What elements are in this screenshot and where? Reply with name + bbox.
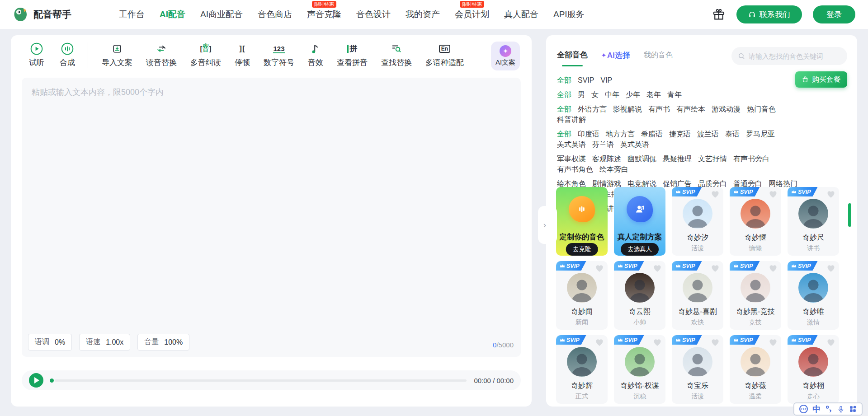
promo-card-human[interactable]: 真人定制方案去选真人 bbox=[614, 187, 665, 256]
voice-card[interactable]: SVIP奇妙尺讲书 bbox=[788, 187, 839, 256]
nav-item[interactable]: AI配音 bbox=[160, 9, 185, 20]
filter-item[interactable]: 影视解说 bbox=[613, 104, 642, 114]
tool-number-symbol[interactable]: 123数字符号 bbox=[264, 42, 294, 68]
promo-card-clone[interactable]: 定制你的音色去克隆 bbox=[556, 187, 608, 256]
filter-item[interactable]: 罗马尼亚 bbox=[746, 129, 775, 139]
gift-icon[interactable] bbox=[712, 8, 726, 21]
tab-my-voices[interactable]: 我的音色 bbox=[644, 51, 673, 60]
filter-item[interactable]: 全部 bbox=[557, 89, 571, 100]
voice-card[interactable]: SVIP奇妙悬-喜剧欢快 bbox=[672, 261, 723, 330]
filter-item[interactable]: 军事权谋 bbox=[557, 154, 586, 164]
filter-item[interactable]: 游戏动漫 bbox=[712, 104, 741, 114]
filter-item[interactable]: 地方方言 bbox=[606, 129, 635, 139]
favorite-heart-icon[interactable] bbox=[653, 264, 662, 272]
filter-item[interactable]: 热门音色 bbox=[747, 104, 776, 114]
scrollbar-thumb[interactable] bbox=[848, 203, 851, 227]
nav-item[interactable]: 工作台 bbox=[119, 9, 145, 20]
tool-multilingual[interactable]: En多语种适配 bbox=[425, 42, 464, 68]
tool-pronunciation-swap[interactable]: 读音替换 bbox=[146, 42, 177, 68]
panel-collapse-handle[interactable]: › bbox=[538, 206, 557, 244]
control-音量[interactable]: 音量100% bbox=[137, 334, 189, 351]
filter-item[interactable]: 老年 bbox=[646, 89, 661, 100]
voice-card[interactable]: SVIP奇云熙小帅 bbox=[614, 261, 665, 330]
voice-card[interactable]: SVIP奇妙惬慵懒 bbox=[730, 187, 781, 256]
filter-item[interactable]: 绘本旁白 bbox=[599, 164, 628, 174]
filter-item[interactable]: 全部 bbox=[557, 75, 571, 85]
nav-item[interactable]: API服务 bbox=[553, 9, 585, 20]
nav-item[interactable]: 我的资产 bbox=[406, 9, 440, 20]
filter-item[interactable]: 捷克语 bbox=[669, 129, 691, 139]
filter-item[interactable]: 少年 bbox=[626, 89, 640, 100]
tool-sound-effect[interactable]: 音效 bbox=[308, 42, 323, 68]
filter-item[interactable]: 男 bbox=[578, 89, 585, 100]
voice-card[interactable]: SVIP奇妙栩走心 bbox=[788, 335, 839, 404]
punctuation-icon[interactable] bbox=[826, 405, 832, 413]
tab-ai-select[interactable]: ✦AI选择 bbox=[601, 50, 630, 61]
favorite-heart-icon[interactable] bbox=[653, 338, 662, 346]
filter-item[interactable]: 中年 bbox=[605, 89, 619, 100]
filter-item[interactable]: 泰语 bbox=[725, 129, 740, 139]
nav-item[interactable]: 限时特惠声音克隆 bbox=[307, 9, 341, 20]
filter-item[interactable]: 全部 bbox=[557, 129, 571, 139]
filter-item[interactable]: 芬兰语 bbox=[592, 139, 614, 150]
filter-item[interactable]: 有声书 bbox=[648, 104, 670, 114]
filter-item[interactable]: 希腊语 bbox=[641, 129, 663, 139]
player-progress-track[interactable] bbox=[55, 379, 467, 382]
filter-item[interactable]: 科普讲解 bbox=[557, 114, 586, 125]
login-button[interactable]: 登录 bbox=[813, 5, 855, 23]
promo-action-button[interactable]: 去选真人 bbox=[621, 243, 659, 256]
nav-item[interactable]: 音色设计 bbox=[356, 9, 391, 20]
player-play-button[interactable] bbox=[29, 373, 43, 388]
tab-all-voices[interactable]: 全部音色 bbox=[557, 50, 588, 60]
player-slider-handle[interactable] bbox=[50, 379, 54, 383]
tool-pause[interactable]: ][停顿 bbox=[235, 42, 250, 68]
voice-card[interactable]: SVIP奇妙唯激情 bbox=[788, 261, 839, 330]
filter-item[interactable]: 有声书旁白 bbox=[733, 154, 769, 164]
nav-item[interactable]: 限时特惠会员计划 bbox=[455, 9, 489, 20]
voice-card[interactable]: SVIP奇妙黑-竞技竞技 bbox=[730, 261, 781, 330]
voice-card[interactable]: SVIP奇宝乐活泼 bbox=[672, 335, 723, 404]
voice-card[interactable]: SVIP奇妙闻新闻 bbox=[556, 261, 608, 330]
voice-search-input[interactable] bbox=[749, 52, 841, 60]
filter-item[interactable]: 英式英语 bbox=[620, 139, 649, 150]
favorite-heart-icon[interactable] bbox=[769, 190, 778, 198]
filter-item[interactable]: 幽默调侃 bbox=[627, 154, 656, 164]
favorite-heart-icon[interactable] bbox=[769, 338, 778, 346]
filter-item[interactable]: 有声书角色 bbox=[557, 164, 593, 174]
apps-grid-icon[interactable] bbox=[849, 405, 857, 413]
mic-icon[interactable] bbox=[837, 405, 844, 413]
brand-logo[interactable]: 配音帮手 bbox=[13, 6, 71, 23]
filter-item[interactable]: SVIP bbox=[578, 75, 594, 85]
voice-card[interactable]: SVIP奇妙汐活泼 bbox=[672, 187, 723, 256]
favorite-heart-icon[interactable] bbox=[595, 338, 604, 346]
nav-item[interactable]: 真人配音 bbox=[504, 9, 538, 20]
filter-item[interactable]: 青年 bbox=[667, 89, 682, 100]
filter-item[interactable]: 波兰语 bbox=[697, 129, 719, 139]
favorite-heart-icon[interactable] bbox=[826, 264, 835, 272]
favorite-heart-icon[interactable] bbox=[595, 264, 604, 272]
contact-us-button[interactable]: 联系我们 bbox=[736, 5, 802, 23]
nav-item[interactable]: AI商业配音 bbox=[200, 9, 243, 20]
filter-item[interactable]: 文艺抒情 bbox=[698, 154, 727, 164]
synthesize-button[interactable]: 合成 bbox=[60, 42, 75, 68]
voice-card[interactable]: SVIP奇妙辉正式 bbox=[556, 335, 608, 404]
filter-item[interactable]: 印度语 bbox=[578, 129, 599, 139]
tool-import-doc[interactable]: 导入文案 bbox=[102, 42, 132, 68]
favorite-heart-icon[interactable] bbox=[711, 338, 720, 346]
filter-item[interactable]: 有声绘本 bbox=[676, 104, 705, 114]
favorite-heart-icon[interactable] bbox=[711, 190, 720, 198]
nav-item[interactable]: 音色商店 bbox=[258, 9, 292, 20]
filter-item[interactable]: 悬疑推理 bbox=[663, 154, 692, 164]
filter-item[interactable]: 外语方言 bbox=[578, 104, 607, 114]
filter-item[interactable]: 客观陈述 bbox=[592, 154, 621, 164]
favorite-heart-icon[interactable] bbox=[711, 264, 720, 272]
ifly-logo-icon[interactable]: iFLY bbox=[799, 405, 808, 413]
tool-find-replace[interactable]: 查找替换 bbox=[381, 42, 412, 68]
ai-copywriting-button[interactable]: ✦ AI文案 bbox=[491, 42, 520, 70]
chinese-mode-icon[interactable]: 中 bbox=[812, 405, 821, 413]
favorite-heart-icon[interactable] bbox=[826, 190, 835, 198]
filter-item[interactable]: VIP bbox=[600, 75, 612, 85]
script-textarea[interactable] bbox=[22, 78, 521, 328]
promo-action-button[interactable]: 去克隆 bbox=[566, 243, 598, 256]
tool-pinyin[interactable]: 拼查看拼音 bbox=[337, 42, 368, 68]
